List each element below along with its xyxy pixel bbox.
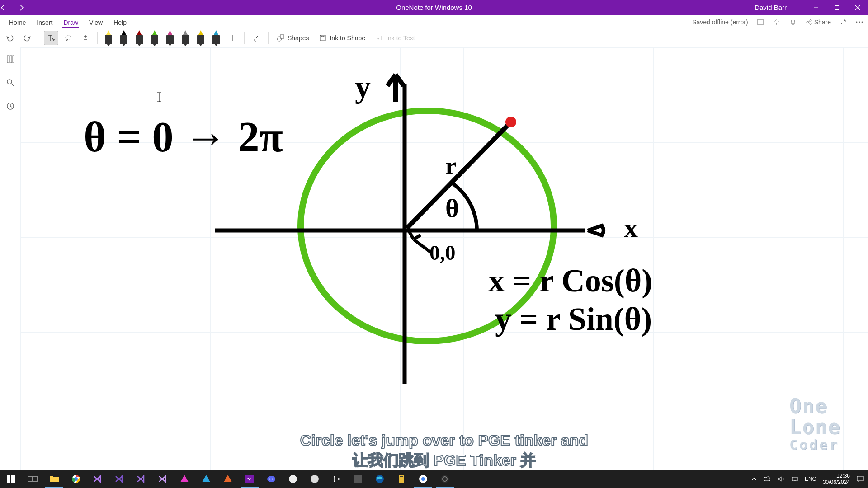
task-affinity-photo[interactable] [174,470,195,488]
r-label: r [445,152,456,179]
sync-status: Saved offline (error) [692,19,748,26]
y-arrow [387,75,404,102]
svg-point-3 [775,20,778,23]
pen-darkred[interactable] [133,30,146,46]
task-vs2022[interactable] [130,470,152,488]
task-chrome[interactable] [65,470,87,488]
svg-rect-53 [792,477,797,481]
eraser-tool[interactable] [249,31,264,45]
svg-point-39 [272,479,274,480]
pen-grey[interactable] [179,30,192,46]
undo-button[interactable] [3,31,17,45]
add-pen-button[interactable] [225,31,240,45]
tray-network-icon[interactable] [791,476,798,482]
task-vs-dark[interactable] [87,470,108,488]
maximize-button[interactable] [826,0,847,15]
nav-forward[interactable] [18,5,36,11]
task-vs-preview[interactable] [152,470,174,488]
task-discord[interactable] [260,470,282,488]
bell-icon[interactable] [789,18,797,26]
svg-rect-26 [28,476,32,482]
share-button[interactable]: Share [805,19,831,26]
more-icon[interactable] [855,18,863,26]
close-button[interactable] [847,0,868,15]
ink-to-shape-label: Ink to Shape [330,34,365,42]
ink-to-shape-button[interactable]: Ink to Shape [315,31,369,45]
task-app-2[interactable] [304,470,326,488]
svg-point-42 [334,476,335,478]
task-view[interactable] [22,470,43,488]
svg-marker-33 [202,475,210,482]
lasso-tool[interactable] [61,31,75,45]
menu-home[interactable]: Home [4,16,31,28]
task-obs[interactable] [434,470,456,488]
tray-notifications-icon[interactable] [856,475,864,483]
start-button[interactable] [0,470,22,488]
task-edge[interactable] [369,470,391,488]
pen-green[interactable] [148,30,161,46]
task-chrome-2[interactable] [412,470,434,488]
minimize-button[interactable] [806,0,826,15]
menu-insert[interactable]: Insert [31,16,58,28]
svg-point-9 [859,22,860,23]
point-marker [505,117,516,127]
lightbulb-icon[interactable] [773,18,781,26]
tray-chevron-icon[interactable] [751,476,757,482]
tray-volume-icon[interactable] [778,476,785,482]
svg-rect-29 [50,476,53,478]
svg-point-7 [810,23,811,25]
recent-icon[interactable] [5,101,16,112]
pen-yellow-highlighter[interactable] [102,30,115,46]
svg-point-10 [862,22,863,23]
task-calc[interactable] [391,470,412,488]
eq-x: x = r Cos(θ) [488,263,652,299]
draw-toolbar: Shapes Ink to Shape Ink to Text [0,28,868,47]
task-explorer[interactable] [43,470,65,488]
task-onenote[interactable]: N [239,470,260,488]
task-git[interactable] [326,470,347,488]
system-tray[interactable]: ENG 12:36 30/06/2024 [751,473,868,486]
tray-cloud-icon[interactable] [763,476,771,482]
svg-rect-45 [354,475,362,483]
task-app-1[interactable] [282,470,304,488]
subtitle-en: Circle let's jump over to PGE tinker and [300,430,588,450]
open-pane-icon[interactable] [839,18,847,26]
left-sidebar [0,47,20,488]
menu-view[interactable]: View [84,16,108,28]
nav-back[interactable] [0,5,18,11]
tray-time: 12:36 [836,473,850,479]
tray-clock[interactable]: 12:36 30/06/2024 [823,473,850,486]
taskbar[interactable]: N ENG 12:36 30/06/2024 [0,470,868,488]
svg-rect-48 [400,476,403,477]
menu-help[interactable]: Help [108,16,132,28]
origin-arrowhead [409,231,420,239]
shapes-button[interactable]: Shapes [273,31,312,45]
task-vs2019[interactable] [108,470,130,488]
pen-pink[interactable] [164,30,176,46]
pan-tool[interactable] [78,31,93,45]
user-name[interactable]: David Barr [755,4,787,11]
pen-black[interactable] [118,30,130,46]
fullscreen-icon[interactable] [756,18,764,26]
text-select-tool[interactable] [44,31,58,45]
eq-y: y = r Sin(θ) [495,301,652,337]
separator [244,32,245,44]
separator [268,32,269,44]
redo-button[interactable] [20,31,34,45]
svg-rect-23 [11,475,15,479]
subtitle-overlay: Circle let's jump over to PGE tinker and… [300,430,588,470]
pen-yellow[interactable] [194,30,207,46]
tray-lang[interactable]: ENG [805,476,816,482]
task-app-3[interactable] [347,470,369,488]
svg-rect-24 [7,479,10,483]
menu-bar: Home Insert Draw View Help Saved offline… [0,15,868,28]
task-affinity-pub[interactable] [217,470,239,488]
shapes-label: Shapes [288,34,309,42]
notebooks-icon[interactable] [5,54,16,65]
search-icon[interactable] [5,77,16,88]
pen-cyan[interactable] [210,30,222,46]
task-affinity-designer[interactable] [195,470,217,488]
app-title: OneNote for Windows 10 [396,4,472,11]
note-canvas[interactable]: θ = 0 → 2π y x r θ 0,0 x = r Cos(θ) y = … [20,47,868,488]
menu-draw[interactable]: Draw [58,16,84,28]
